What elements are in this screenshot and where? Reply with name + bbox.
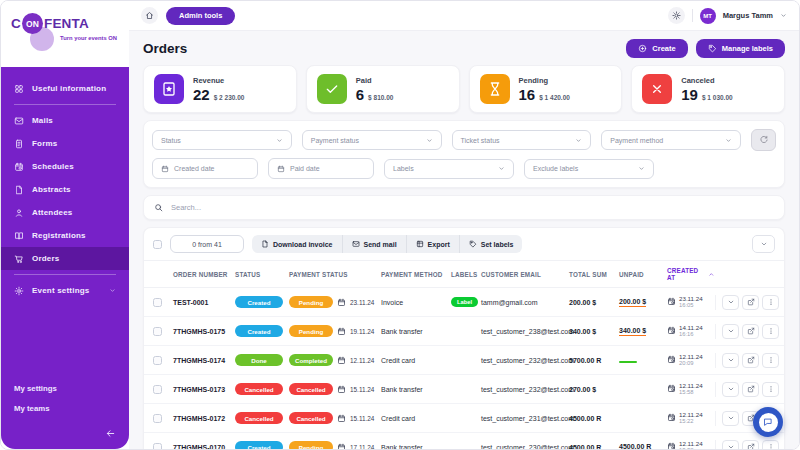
set-labels-button[interactable]: Set labels — [460, 235, 523, 253]
label-badge: Label — [451, 297, 478, 307]
table-row[interactable]: TEST-0001 Created Pending 23.11.24 Invoi… — [144, 288, 784, 317]
export-button[interactable]: Export — [407, 235, 460, 253]
order-number: 7THGMHS-0170 — [173, 444, 235, 450]
sidebar-item-my-teams[interactable]: My teams — [14, 404, 116, 413]
column-header-total-sum[interactable]: TOTAL SUM — [569, 271, 619, 278]
column-header-unpaid[interactable]: UNPAID — [619, 271, 667, 278]
row-expand-button[interactable] — [722, 411, 739, 426]
filter-select-exclude-labels[interactable]: Exclude labels — [524, 159, 654, 179]
select-all-checkbox[interactable] — [153, 240, 162, 249]
collapse-sidebar-button[interactable] — [105, 428, 116, 439]
brand-logo[interactable]: C ON FENTA Turn your events ON — [1, 1, 129, 67]
filter-select-status[interactable]: Status — [152, 130, 292, 150]
chat-bubble-button[interactable] — [753, 407, 783, 437]
row-edit-button[interactable] — [742, 295, 759, 310]
table-row[interactable]: 7THGMHS-0175 Created Pending 19.11.24 Ba… — [144, 317, 784, 346]
row-edit-button[interactable] — [742, 382, 759, 397]
filter-select-payment-method[interactable]: Payment method — [601, 130, 741, 150]
row-checkbox[interactable] — [153, 385, 162, 394]
sidebar-item-useful-information[interactable]: Useful information — [1, 77, 129, 100]
search-input[interactable] — [169, 202, 774, 213]
row-edit-button[interactable] — [742, 353, 759, 368]
download-invoice-button[interactable]: Download invoice — [252, 235, 343, 253]
sidebar-item-my-settings[interactable]: My settings — [14, 384, 116, 393]
row-edit-button[interactable] — [742, 324, 759, 339]
column-header-payment-status[interactable]: PAYMENT STATUS — [289, 271, 381, 278]
filter-select-ticket-status[interactable]: Ticket status — [452, 130, 592, 150]
row-edit-button[interactable] — [742, 440, 759, 450]
row-checkbox[interactable] — [153, 414, 162, 423]
row-menu-button[interactable] — [762, 353, 779, 368]
stat-amount: $ 1 030.00 — [702, 94, 733, 101]
row-menu-button[interactable] — [762, 440, 779, 450]
table-row[interactable]: 7THGMHS-0170 Created Pending 17.11.24 Ba… — [144, 433, 784, 449]
sidebar-item-attendees[interactable]: Attendees — [1, 201, 129, 224]
gear-icon — [14, 286, 24, 296]
column-header-created-at[interactable]: CREATED AT — [667, 267, 715, 281]
column-header-payment-method[interactable]: PAYMENT METHOD — [381, 271, 451, 278]
cart-icon — [14, 254, 24, 264]
customer-email: test_customer_230@test.com — [481, 444, 569, 450]
row-expand-button[interactable] — [722, 382, 739, 397]
theme-toggle-button[interactable] — [668, 7, 685, 24]
sidebar-nav: Useful information Mails Forms Schedules… — [1, 67, 129, 449]
column-header-order-number[interactable]: ORDER NUMBER — [173, 271, 235, 278]
chevron-down-icon — [727, 414, 735, 422]
manage-labels-button[interactable]: Manage labels — [696, 39, 785, 58]
chat-icon — [763, 417, 773, 427]
calendar-clock-icon — [667, 442, 676, 449]
filter-select-labels[interactable]: Labels — [384, 159, 514, 179]
row-checkbox[interactable] — [153, 356, 162, 365]
home-button[interactable] — [141, 7, 158, 24]
row-expand-button[interactable] — [722, 295, 739, 310]
column-header-customer-email[interactable]: CUSTOMER EMAIL — [481, 271, 569, 278]
brand-name: C ON FENTA — [11, 13, 119, 34]
row-menu-button[interactable] — [762, 295, 779, 310]
row-menu-button[interactable] — [762, 324, 779, 339]
sidebar-item-mails[interactable]: Mails — [1, 109, 129, 132]
chevron-down-icon — [575, 137, 582, 144]
table-row[interactable]: 7THGMHS-0174 Done Completed 12.11.24 Cre… — [144, 346, 784, 375]
tag-icon — [708, 44, 717, 53]
plus-circle-icon — [638, 44, 647, 53]
sidebar-items: Useful information Mails Forms Schedules… — [1, 77, 129, 302]
create-button[interactable]: Create — [626, 39, 687, 58]
total-sum: 270.00 $ — [569, 386, 619, 393]
row-expand-button[interactable] — [722, 440, 739, 450]
row-checkbox[interactable] — [153, 298, 162, 307]
filter-select-payment-status[interactable]: Payment status — [302, 130, 442, 150]
table-row[interactable]: 7THGMHS-0173 Cancelled Cancelled 15.11.2… — [144, 375, 784, 404]
sidebar-item-registrations[interactable]: Registrations — [1, 224, 129, 247]
admin-tools-button[interactable]: Admin tools — [166, 7, 235, 25]
table-options-button[interactable] — [752, 235, 775, 253]
user-menu-chevron-icon[interactable] — [780, 12, 787, 19]
row-expand-button[interactable] — [722, 324, 739, 339]
check-icon — [324, 81, 340, 97]
created-time: 16:16 — [679, 331, 703, 338]
filter-row-2: Created date Paid date Labels Exclude la… — [152, 158, 776, 179]
topbar: Admin tools MT Margus Tamm — [129, 1, 799, 31]
filter-date-created-date[interactable]: Created date — [152, 158, 258, 179]
x-icon — [649, 81, 665, 97]
row-checkbox[interactable] — [153, 443, 162, 450]
filter-date-paid-date[interactable]: Paid date — [268, 158, 374, 179]
row-menu-button[interactable] — [762, 382, 779, 397]
stat-count: 6 — [356, 87, 364, 102]
customer-email: tamm@gmail.com — [481, 299, 569, 306]
row-expand-button[interactable] — [722, 353, 739, 368]
row-checkbox[interactable] — [153, 327, 162, 336]
table-row[interactable]: 7THGMHS-0172 Cancelled Cancelled 15.11.2… — [144, 404, 784, 433]
sidebar-item-orders[interactable]: Orders — [1, 247, 129, 270]
column-header-labels[interactable]: LABELS — [451, 271, 481, 278]
sidebar-item-schedules[interactable]: Schedules — [1, 155, 129, 178]
calendar-icon — [277, 165, 285, 173]
send-mail-button[interactable]: Send mail — [343, 235, 407, 253]
refresh-button[interactable] — [751, 129, 776, 151]
user-name[interactable]: Margus Tamm — [723, 11, 773, 20]
stat-count: 19 — [681, 87, 698, 102]
column-header-status[interactable]: STATUS — [235, 271, 289, 278]
sidebar-item-abstracts[interactable]: Abstracts — [1, 178, 129, 201]
sidebar-item-event-settings[interactable]: Event settings — [1, 279, 129, 302]
avatar[interactable]: MT — [700, 8, 716, 24]
sidebar-item-forms[interactable]: Forms — [1, 132, 129, 155]
